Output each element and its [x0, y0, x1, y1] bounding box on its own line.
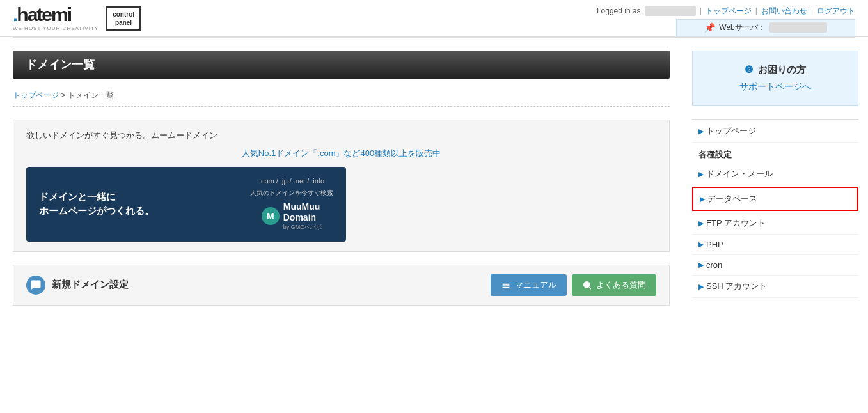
sidebar-item-php[interactable]: ▶ PHP — [692, 235, 858, 255]
new-domain-buttons: マニュアル よくある質問 — [491, 274, 656, 296]
brand-name: .hatemi — [13, 5, 99, 24]
ftp-link[interactable]: ▶ FTP アカウント — [698, 217, 852, 229]
sidebar-nav: ▶ トップページ 各種設定 ▶ ドメイン・メール ▶ データベース — [692, 119, 858, 298]
sidebar: ❷ お困りの方 サポートページへ ▶ トップページ 各種設定 ▶ — [683, 38, 868, 318]
banner-title-line1: ドメインと一緒に ホームページがつくれる。 — [39, 190, 154, 219]
header-nav: Logged in as | トップページ | お問い合わせ | ログアウト — [597, 6, 855, 17]
arrow-icon: ▶ — [698, 283, 704, 291]
content-area: ドメイン一覧 トップページ > ドメイン一覧 欲しいドメインがすぐ見つかる。ムー… — [0, 38, 683, 318]
page-title-bar: ドメイン一覧 — [13, 51, 670, 79]
hatomi-logo: .hatemi WE HOST YOUR CREATIVITY — [13, 5, 99, 31]
domain-search-link[interactable]: 人気No.1ドメイン「.com」など400種類以上を販売中 — [26, 148, 656, 159]
brand-slogan: WE HOST YOUR CREATIVITY — [13, 26, 99, 31]
new-domain-title: 新規ドメイン設定 — [52, 279, 129, 291]
webserver-label: Webサーバ： — [719, 22, 765, 33]
page-title: ドメイン一覧 — [26, 57, 657, 72]
arrow-icon: ▶ — [700, 195, 705, 203]
contact-link[interactable]: お問い合わせ — [761, 6, 807, 17]
question-icon: ❷ — [745, 64, 753, 75]
breadcrumb-current: ドメイン一覧 — [68, 91, 114, 100]
sep1: | — [700, 6, 702, 15]
new-domain-section: 新規ドメイン設定 マニュアル よくある質問 — [13, 265, 670, 306]
sidebar-item-cron[interactable]: ▶ cron — [692, 255, 858, 276]
banner-right: .com / .jp / .net / .info 人気のドメインを今すぐ検索 … — [250, 177, 333, 231]
faq-button[interactable]: よくある質問 — [572, 274, 656, 296]
muumuu-name: MuuMuu Domain — [283, 201, 322, 223]
help-title: ❷ お困りの方 — [706, 64, 845, 76]
ssh-link[interactable]: ▶ SSH アカウント — [698, 281, 852, 292]
nav-section-settings: 各種設定 — [692, 143, 858, 163]
sidebar-item-toppage[interactable]: ▶ トップページ — [692, 120, 858, 143]
sep2: | — [755, 6, 757, 15]
new-domain-left: 新規ドメイン設定 — [26, 276, 129, 295]
arrow-icon: ▶ — [698, 170, 704, 178]
sidebar-item-ssh[interactable]: ▶ SSH アカウント — [692, 276, 858, 298]
webserver-value — [769, 22, 827, 33]
logo-area: .hatemi WE HOST YOUR CREATIVITY control … — [13, 5, 141, 36]
database-link[interactable]: ▶ データベース — [700, 193, 851, 205]
muumuu-text-area: MuuMuu Domain by GMOペパボ — [283, 201, 322, 231]
header: .hatemi WE HOST YOUR CREATIVITY control … — [0, 0, 868, 37]
muumuu-logo: M MuuMuu Domain by GMOペパボ — [262, 201, 322, 231]
username-display — [645, 6, 696, 16]
main-container: ドメイン一覧 トップページ > ドメイン一覧 欲しいドメインがすぐ見つかる。ムー… — [0, 38, 868, 318]
arrow-icon: ▶ — [698, 240, 704, 249]
pin-icon: 📌 — [704, 22, 715, 33]
muumuu-icon: M — [262, 207, 280, 225]
arrow-icon: ▶ — [698, 261, 704, 269]
sidebar-help-box: ❷ お困りの方 サポートページへ — [692, 51, 858, 106]
arrow-icon: ▶ — [698, 127, 704, 136]
breadcrumb-home[interactable]: トップページ — [13, 91, 59, 100]
banner-left: ドメインと一緒に ホームページがつくれる。 — [39, 190, 154, 219]
svg-point-0 — [583, 281, 590, 288]
toppage-link[interactable]: ▶ トップページ — [698, 125, 852, 137]
chat-icon — [30, 279, 42, 291]
header-right: Logged in as | トップページ | お問い合わせ | ログアウト 📌… — [597, 6, 855, 36]
manual-icon — [501, 280, 511, 290]
banner-search-label: 人気のドメインを今すぐ検索 — [250, 189, 333, 198]
dot-icon: . — [13, 4, 17, 25]
new-domain-icon — [26, 276, 45, 295]
cp-line1: control — [113, 10, 134, 19]
logged-in-label: Logged in as — [597, 6, 641, 15]
faq-icon — [582, 280, 592, 290]
sidebar-item-ftp[interactable]: ▶ FTP アカウント — [692, 212, 858, 235]
logout-link[interactable]: ログアウト — [817, 6, 855, 17]
cron-link[interactable]: ▶ cron — [698, 260, 852, 270]
sidebar-item-database[interactable]: ▶ データベース — [692, 187, 858, 211]
sidebar-item-domain-mail[interactable]: ▶ ドメイン・メール — [692, 163, 858, 185]
control-panel-box: control panel — [106, 6, 141, 31]
domain-mail-link[interactable]: ▶ ドメイン・メール — [698, 168, 852, 180]
manual-button[interactable]: マニュアル — [491, 274, 567, 296]
breadcrumb: トップページ > ドメイン一覧 — [13, 85, 670, 107]
php-link[interactable]: ▶ PHP — [698, 240, 852, 249]
domain-search-title: 欲しいドメインがすぐ見つかる。ムームードメイン — [26, 130, 656, 141]
breadcrumb-separator: > — [61, 91, 67, 100]
domain-banner: ドメインと一緒に ホームページがつくれる。 .com / .jp / .net … — [26, 167, 346, 242]
sep3: | — [811, 6, 813, 15]
arrow-icon: ▶ — [698, 219, 704, 228]
support-link[interactable]: サポートページへ — [739, 81, 811, 91]
webserver-bar: 📌 Webサーバ： — [676, 19, 855, 36]
muumuu-sub: by GMOペパボ — [283, 223, 322, 231]
domain-search-container: 欲しいドメインがすぐ見つかる。ムームードメイン 人気No.1ドメイン「.com」… — [13, 120, 670, 252]
banner-ext: .com / .jp / .net / .info — [259, 177, 324, 185]
cp-line2: panel — [113, 19, 134, 27]
login-history-link[interactable]: トップページ — [706, 6, 752, 17]
page-wrapper: .hatemi WE HOST YOUR CREATIVITY control … — [0, 0, 868, 318]
